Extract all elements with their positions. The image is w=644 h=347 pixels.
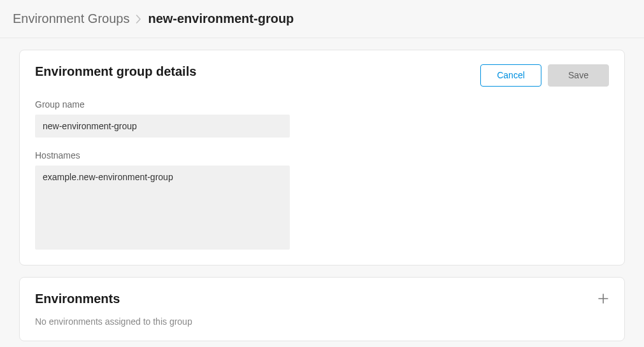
environments-empty-text: No environments assigned to this group [35, 316, 609, 327]
hostnames-field: Hostnames [35, 150, 609, 250]
details-card-title: Environment group details [35, 64, 196, 79]
environments-card-title: Environments [35, 292, 120, 306]
hostnames-label: Hostnames [35, 150, 609, 160]
card-actions: Cancel Save [480, 64, 609, 87]
chevron-right-icon [136, 15, 141, 24]
breadcrumb: Environment Groups new-environment-group [0, 0, 644, 38]
save-button[interactable]: Save [548, 64, 609, 87]
group-name-label: Group name [35, 99, 609, 110]
content-area: Environment group details Cancel Save Gr… [0, 38, 644, 347]
hostnames-input[interactable] [35, 166, 290, 250]
details-card-header: Environment group details Cancel Save [35, 64, 609, 87]
cancel-button[interactable]: Cancel [480, 64, 541, 87]
environments-card: Environments No environments assigned to… [19, 277, 625, 341]
group-name-field: Group name [35, 99, 609, 138]
group-name-input[interactable] [35, 115, 290, 138]
plus-icon[interactable] [597, 293, 609, 304]
breadcrumb-root-link[interactable]: Environment Groups [13, 11, 129, 26]
breadcrumb-current: new-environment-group [148, 11, 294, 26]
details-card: Environment group details Cancel Save Gr… [19, 50, 625, 266]
environments-card-header: Environments [35, 292, 609, 306]
